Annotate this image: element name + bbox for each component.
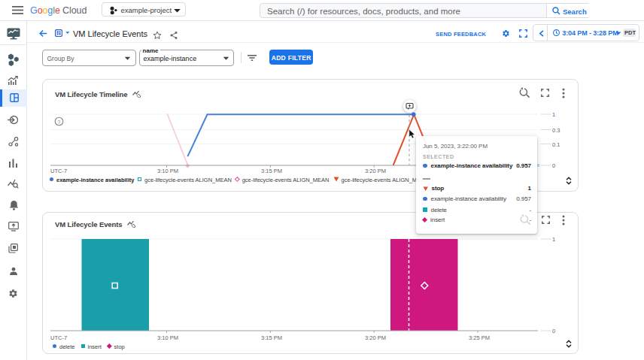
svg-text:3:15 PM: 3:15 PM bbox=[261, 334, 282, 341]
svg-text:3:20 PM: 3:20 PM bbox=[365, 168, 386, 174]
svg-text:0.3: 0.3 bbox=[552, 126, 560, 133]
svg-text:3:10 PM: 3:10 PM bbox=[157, 334, 178, 341]
svg-text:UTC-7: UTC-7 bbox=[50, 334, 67, 341]
svg-text:3:15 PM: 3:15 PM bbox=[261, 168, 282, 174]
svg-text:3:25 PM: 3:25 PM bbox=[469, 334, 490, 341]
svg-text:3:20 PM: 3:20 PM bbox=[365, 334, 386, 341]
svg-text:1: 1 bbox=[552, 111, 555, 118]
svg-text:UTC-7: UTC-7 bbox=[50, 168, 67, 174]
svg-text:0: 0 bbox=[552, 328, 555, 334]
svg-text:?: ? bbox=[57, 118, 60, 125]
svg-text:3:10 PM: 3:10 PM bbox=[157, 168, 178, 174]
svg-text:0: 0 bbox=[552, 162, 555, 169]
svg-text:1: 1 bbox=[552, 236, 555, 243]
svg-text:0.1: 0.1 bbox=[552, 141, 560, 147]
